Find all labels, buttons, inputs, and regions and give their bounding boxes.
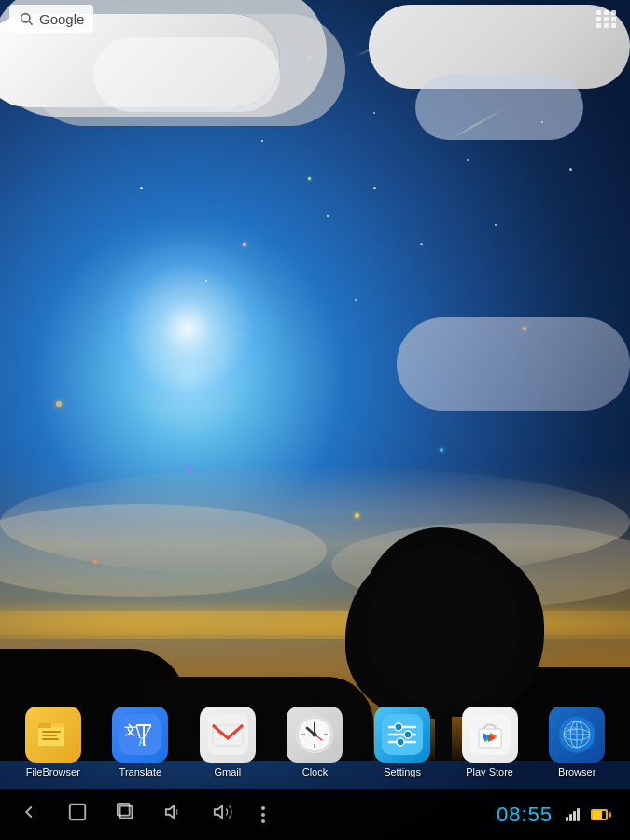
app-translate[interactable]: 文 A Translate xyxy=(112,707,168,777)
top-bar: Google xyxy=(0,0,630,37)
app-gmail[interactable]: Gmail xyxy=(200,707,256,777)
svg-point-35 xyxy=(404,731,412,738)
volume-down-button[interactable] xyxy=(164,802,185,828)
playstore-icon xyxy=(462,707,518,763)
svg-rect-5 xyxy=(42,731,61,733)
browser-icon xyxy=(549,707,605,763)
settings-icon xyxy=(374,707,430,763)
svg-point-29 xyxy=(313,733,317,737)
browser-label: Browser xyxy=(558,766,595,777)
wifi-icon xyxy=(566,808,580,821)
filebrowser-icon xyxy=(25,707,81,763)
app-filebrowser[interactable]: FileBrowser xyxy=(25,707,81,777)
time-display: 08:55 xyxy=(497,803,553,827)
playstore-label: Play Store xyxy=(466,766,513,777)
svg-point-0 xyxy=(21,14,30,22)
dots-grid-icon xyxy=(593,7,621,32)
svg-point-36 xyxy=(397,738,404,746)
translate-icon: 文 A xyxy=(112,707,168,763)
filebrowser-label: FileBrowser xyxy=(26,766,80,777)
clock-label: Clock xyxy=(302,766,329,777)
settings-label: Settings xyxy=(384,766,421,777)
svg-point-34 xyxy=(395,723,402,731)
translate-label: Translate xyxy=(119,766,161,777)
gmail-icon xyxy=(200,707,256,763)
volume-up-button[interactable] xyxy=(213,802,233,828)
overflow-menu-button[interactable] xyxy=(261,806,265,823)
app-settings[interactable]: Settings xyxy=(374,707,430,777)
app-clock[interactable]: Clock xyxy=(287,707,343,777)
nav-bar: 08:55 xyxy=(0,789,630,840)
google-label: Google xyxy=(39,11,84,27)
svg-rect-4 xyxy=(38,723,51,728)
gmail-label: Gmail xyxy=(215,766,242,777)
svg-point-50 xyxy=(567,726,577,734)
svg-marker-56 xyxy=(215,805,222,818)
home-button[interactable] xyxy=(67,802,88,828)
google-search-bar[interactable]: Google xyxy=(9,5,93,33)
search-icon xyxy=(19,11,34,26)
svg-rect-7 xyxy=(42,738,59,740)
back-button[interactable] xyxy=(19,802,39,828)
dock: FileBrowser 文 A Translate xyxy=(0,695,630,789)
app-playstore[interactable]: Play Store xyxy=(462,707,518,777)
svg-rect-51 xyxy=(70,804,86,819)
battery-icon xyxy=(591,809,611,820)
clock-icon xyxy=(287,707,343,763)
svg-rect-6 xyxy=(42,735,57,736)
recents-button[interactable] xyxy=(116,802,136,828)
svg-text:文: 文 xyxy=(124,723,136,737)
app-browser[interactable]: Browser xyxy=(549,707,605,777)
svg-line-1 xyxy=(29,21,33,25)
svg-marker-54 xyxy=(166,805,174,818)
